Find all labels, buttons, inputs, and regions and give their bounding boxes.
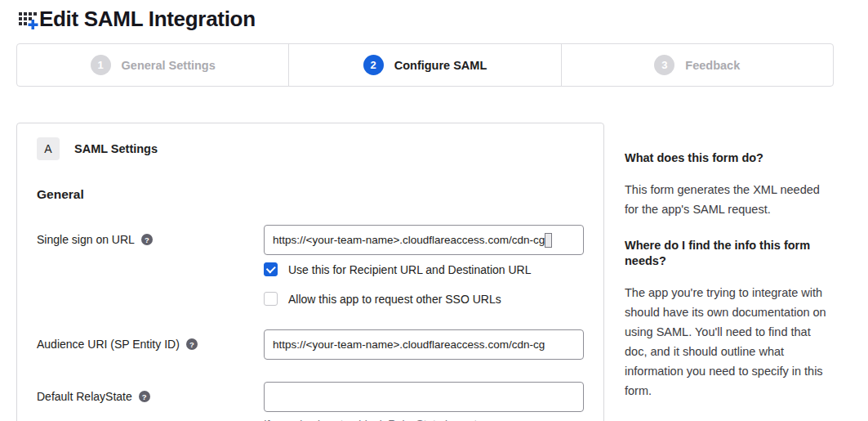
card-header: A SAML Settings: [37, 137, 584, 160]
other-sso-checkbox-label: Allow this app to request other SSO URLs: [288, 293, 501, 306]
sso-url-value: https://<your-team-name>.cloudflareacces…: [273, 234, 545, 246]
audience-uri-input[interactable]: [264, 329, 584, 360]
step-number-badge: 2: [363, 55, 384, 75]
app-grid-add-icon: [16, 7, 39, 32]
relay-state-input[interactable]: [264, 382, 584, 412]
relay-state-help-icon[interactable]: ?: [139, 391, 150, 402]
general-section-heading: General: [37, 187, 584, 202]
step-label: General Settings: [122, 59, 216, 72]
audience-uri-label: Audience URI (SP Entity ID): [37, 337, 180, 352]
step-feedback[interactable]: 3 Feedback: [561, 44, 833, 86]
sso-url-input[interactable]: https://<your-team-name>.cloudflareacces…: [264, 225, 584, 255]
relay-state-controls: If no value is set, a blank RelayState i…: [264, 382, 584, 421]
sso-url-row: Single sign on URL ? https://<your-team-…: [37, 225, 584, 306]
step-number-badge: 3: [654, 55, 674, 75]
audience-uri-row: Audience URI (SP Entity ID) ?: [37, 329, 584, 360]
section-a-badge: A: [37, 137, 60, 160]
text-cursor: [545, 233, 552, 248]
step-number-badge: 1: [91, 55, 111, 75]
page-header: Edit SAML Integration: [0, 0, 868, 32]
relay-state-label: Default RelayState: [37, 389, 132, 404]
step-label: Feedback: [685, 59, 740, 72]
other-sso-checkbox-row: Allow this app to request other SSO URLs: [264, 292, 584, 306]
sso-url-help-icon[interactable]: ?: [141, 234, 153, 245]
step-general-settings[interactable]: 1 General Settings: [17, 44, 288, 86]
sso-url-controls: https://<your-team-name>.cloudflareacces…: [264, 225, 584, 306]
step-configure-saml[interactable]: 2 Configure SAML: [288, 44, 560, 86]
main-content: A SAML Settings General Single sign on U…: [16, 123, 868, 421]
help-heading-where: Where do I find the info this form needs…: [625, 238, 829, 269]
recipient-url-checkbox-row: Use this for Recipient URL and Destinati…: [264, 262, 584, 276]
sso-url-label-col: Single sign on URL ?: [37, 225, 264, 306]
help-body-where: The app you're trying to integrate with …: [625, 283, 829, 401]
relay-state-hint: If no value is set, a blank RelayState i…: [264, 418, 584, 421]
page-title: Edit SAML Integration: [39, 7, 256, 32]
relay-state-row: Default RelayState ? If no value is set,…: [37, 382, 584, 421]
relay-state-label-col: Default RelayState ?: [37, 382, 264, 421]
recipient-url-checkbox-label: Use this for Recipient URL and Destinati…: [288, 263, 532, 276]
help-heading-what: What does this form do?: [625, 150, 829, 166]
step-label: Configure SAML: [394, 59, 487, 72]
audience-uri-help-icon[interactable]: ?: [186, 338, 198, 350]
wizard-stepper: 1 General Settings 2 Configure SAML 3 Fe…: [16, 43, 834, 87]
audience-uri-controls: [264, 329, 584, 360]
help-body-what: This form generates the XML needed for t…: [625, 180, 829, 219]
sso-url-label: Single sign on URL: [37, 232, 135, 247]
saml-settings-card: A SAML Settings General Single sign on U…: [16, 123, 604, 421]
other-sso-checkbox[interactable]: [264, 292, 278, 306]
audience-uri-label-col: Audience URI (SP Entity ID) ?: [37, 329, 264, 360]
recipient-url-checkbox[interactable]: [264, 262, 278, 276]
card-title: SAML Settings: [74, 142, 158, 155]
help-sidebar: What does this form do? This form genera…: [625, 123, 829, 419]
